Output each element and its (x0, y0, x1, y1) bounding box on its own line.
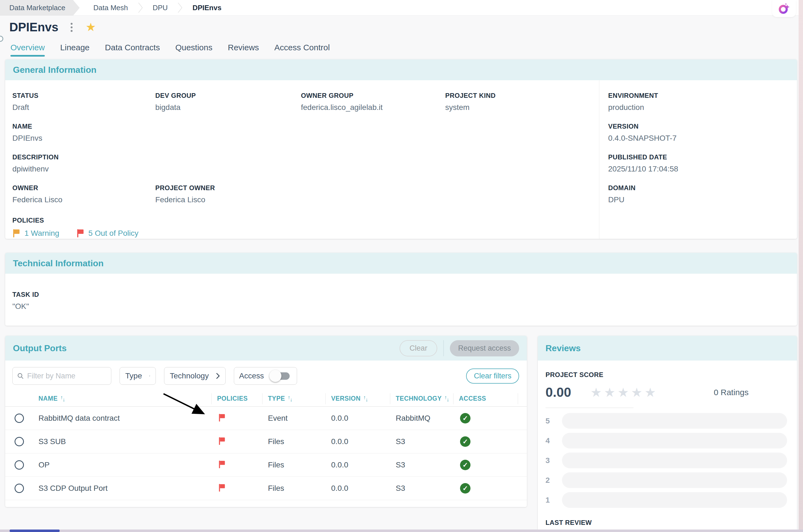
access-filter: Access (234, 367, 297, 385)
breadcrumb-label: DPIEnvs (192, 4, 222, 12)
access-granted-icon (460, 483, 471, 494)
project-score-label: PROJECT SCORE (546, 371, 789, 379)
drawer-handle[interactable] (0, 36, 3, 42)
table-row[interactable]: OP Files 0.0.0 S3 (5, 453, 527, 477)
tab-label: Overview (11, 43, 45, 52)
rating-bar (562, 472, 787, 488)
horizontal-scrollbar-track[interactable] (0, 530, 803, 532)
row-radio-button[interactable] (15, 483, 24, 493)
more-options-kebab-icon[interactable] (69, 21, 74, 34)
general-information-header: General Information (5, 59, 797, 80)
policies-block: POLICIES 1 Warning (12, 216, 595, 238)
field-project-kind: PROJECT KIND system (445, 92, 595, 122)
reviews-card: Reviews PROJECT SCORE 0.00 ★★★★★ 0 Ratin… (538, 336, 797, 531)
type-filter-button[interactable]: Type (119, 367, 156, 385)
horizontal-scrollbar-thumb[interactable] (9, 530, 60, 532)
table-row[interactable]: S3 SUB Files 0.0.0 S3 (5, 430, 527, 453)
filter-by-name-field (12, 367, 111, 385)
field-published-date: PUBLISHED DATE 2025/11/10 17:04:58 (608, 153, 797, 184)
field-owner: OWNER Federica Lisco (12, 184, 155, 215)
policy-warning-link[interactable]: 1 Warning (12, 229, 59, 238)
rating-bar (562, 492, 787, 508)
rating-bar (562, 433, 787, 449)
star-rating-icons: ★★★★★ (590, 386, 658, 399)
policy-error-flag-icon[interactable] (218, 437, 226, 445)
section-title: Reviews (546, 343, 581, 354)
access-granted-icon (460, 413, 471, 423)
rating-bar-row-1: 1 (546, 492, 789, 508)
column-header-technology[interactable]: TECHNOLOGY (390, 393, 454, 404)
section-title: Technical Information (13, 258, 103, 268)
column-header-access: ACCESS (454, 393, 518, 404)
clear-filters-button[interactable]: Clear filters (466, 368, 519, 384)
tab-questions[interactable]: Questions (175, 43, 212, 60)
tab-overview[interactable]: Overview (11, 43, 45, 60)
request-access-button[interactable]: Request access (450, 340, 519, 356)
policy-error-flag-icon[interactable] (218, 460, 226, 469)
row-radio-button[interactable] (15, 414, 24, 423)
column-header-name[interactable]: NAME (33, 393, 212, 404)
column-header-version[interactable]: VERSION (326, 393, 390, 404)
tab-reviews[interactable]: Reviews (228, 43, 259, 60)
tab-data-contracts[interactable]: Data Contracts (105, 43, 160, 60)
filter-by-name-input[interactable] (27, 372, 107, 380)
breadcrumb-item-dpu[interactable]: DPU (150, 0, 171, 15)
field-status: STATUS Draft (12, 92, 155, 122)
sort-icon[interactable] (444, 395, 449, 403)
output-port-version: 0.0.0 (326, 414, 390, 423)
output-port-name: S3 SUB (33, 437, 212, 446)
field-project-owner: PROJECT OWNER Federica Lisco (155, 184, 301, 215)
tab-label: Data Contracts (105, 43, 160, 52)
field-description: DESCRIPTION dpiwithenv (12, 153, 595, 184)
policy-error-flag-icon[interactable] (218, 483, 226, 492)
table-row[interactable]: S3 CDP Output Port Files 0.0.0 S3 (5, 477, 527, 500)
rating-bar-row-3: 3 (546, 453, 789, 468)
sort-icon[interactable] (363, 395, 368, 403)
output-port-version: 0.0.0 (326, 460, 390, 469)
access-granted-icon (460, 460, 471, 470)
sort-icon[interactable] (60, 395, 65, 403)
access-granted-icon (460, 436, 471, 447)
favorite-star-icon[interactable]: ★ (86, 21, 96, 33)
output-port-technology: S3 (390, 460, 454, 469)
output-ports-filters: Type Technology Access Clear filters (5, 361, 527, 389)
breadcrumb: Data Marketplace Data Mesh DPU DPIEnvs (0, 0, 803, 16)
column-header-type[interactable]: TYPE (263, 393, 326, 404)
output-port-technology: S3 (390, 484, 454, 493)
search-icon (17, 372, 24, 380)
output-ports-card: Output Ports Clear Request access Type T… (5, 336, 527, 507)
general-information-right-column: ENVIRONMENT production VERSION 0.4.0-SNA… (599, 80, 797, 239)
tab-label: Questions (175, 43, 212, 52)
assistant-logo-button[interactable] (772, 0, 796, 17)
field-version: VERSION 0.4.0-SNAPSHOT-7 (608, 122, 797, 153)
button-divider (443, 340, 444, 356)
ratings-count: 0 Ratings (714, 388, 749, 397)
rating-bar-row-5: 5 (546, 413, 789, 429)
field-owner-group: OWNER GROUP federica.lisco_agilelab.it (301, 92, 445, 122)
output-port-type: Files (263, 484, 326, 493)
output-port-technology: RabbitMQ (390, 414, 454, 423)
policy-out-of-policy-link[interactable]: 5 Out of Policy (76, 229, 138, 238)
technical-information-card: Technical Information TASK ID "OK" (5, 253, 797, 326)
field-task-id: TASK ID "OK" (12, 291, 797, 311)
breadcrumb-item-data-mesh[interactable]: Data Mesh (91, 0, 131, 15)
output-port-technology: S3 (390, 437, 454, 446)
sort-icon[interactable] (288, 395, 293, 403)
access-toggle[interactable] (269, 369, 292, 382)
table-row[interactable]: RabbitMQ data contract Event 0.0.0 Rabbi… (5, 407, 527, 430)
policy-error-flag-icon[interactable] (218, 413, 226, 422)
assistant-logo-icon (778, 2, 790, 15)
row-radio-button[interactable] (15, 460, 24, 470)
tab-access-control[interactable]: Access Control (274, 43, 330, 60)
technology-filter-button[interactable]: Technology (164, 367, 226, 385)
row-radio-button[interactable] (15, 437, 24, 446)
output-port-version: 0.0.0 (326, 484, 390, 493)
window-edge (799, 0, 803, 532)
section-title: General Information (13, 65, 96, 75)
table-header-row: NAME POLICIES TYPE VERSION TECHNOLOGY AC… (5, 391, 527, 407)
breadcrumb-item-data-marketplace[interactable]: Data Marketplace (0, 0, 80, 16)
chevron-right-icon (138, 0, 143, 15)
clear-button[interactable]: Clear (400, 340, 437, 356)
output-port-name: OP (33, 460, 212, 469)
tab-lineage[interactable]: Lineage (60, 43, 90, 60)
